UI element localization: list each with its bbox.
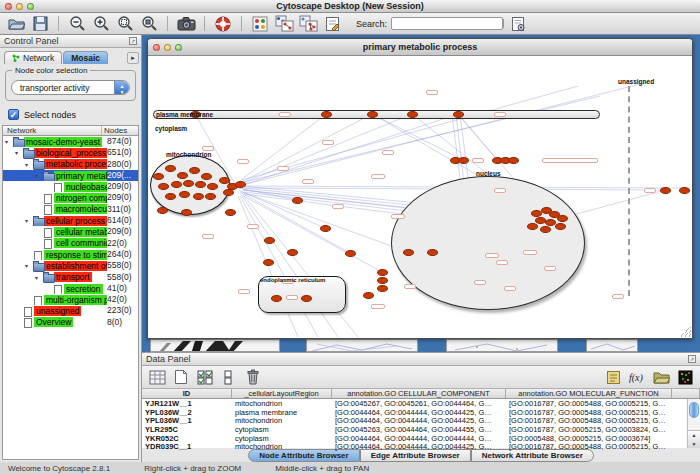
tree-item[interactable]: macromolecule311(0) [3, 204, 138, 215]
float-panel-icon[interactable]: ↗ [129, 37, 137, 45]
table-row[interactable]: YPL036W__2plasma membrane[GO:0044464, GO… [142, 408, 700, 417]
tree-item[interactable]: Overview8(0) [3, 317, 138, 328]
network-node[interactable] [545, 219, 556, 226]
annotation-button[interactable] [322, 14, 342, 33]
window-resize-grip[interactable] [681, 327, 691, 337]
network-node[interactable] [377, 285, 388, 292]
table-cell[interactable]: [GO:0045267, GO:0045261, GO:0044464, G… [332, 399, 506, 408]
network-node[interactable] [407, 111, 418, 118]
overlay-network-a-button[interactable] [274, 14, 294, 33]
tree-expand-icon[interactable]: ▾ [5, 138, 13, 145]
zoom-selected-button[interactable] [139, 14, 159, 33]
network-edge[interactable] [458, 114, 497, 160]
table-cell[interactable]: mitochondrion [232, 416, 332, 425]
table-cell[interactable]: cytoplasm [232, 434, 332, 443]
network-edge[interactable] [242, 196, 338, 337]
table-row[interactable]: YJR121W__1mitochondrion[GO:0045267, GO:0… [142, 399, 700, 408]
tree-expand-icon[interactable]: ▾ [15, 149, 23, 156]
network-node[interactable] [660, 187, 671, 194]
tree-expand-icon[interactable]: ▾ [35, 274, 43, 281]
network-node[interactable] [287, 249, 298, 256]
zoom-in-button[interactable] [91, 14, 111, 33]
network-node[interactable] [292, 197, 303, 204]
function-builder-button[interactable]: f(x) [627, 368, 647, 387]
network-node[interactable] [535, 217, 546, 224]
network-node[interactable] [219, 177, 230, 184]
table-cell[interactable]: [GO:0016787, GO:0005215, GO:0003824, G… [506, 425, 672, 434]
network-node[interactable] [458, 157, 469, 164]
network-node[interactable] [403, 249, 414, 256]
select-attributes-button[interactable] [195, 368, 215, 387]
table-row[interactable]: YKR052Ccytoplasm[GO:0044464, GO:0044444,… [142, 434, 700, 443]
mosaic-plugin-button[interactable] [250, 14, 270, 33]
tab-network[interactable]: Network [4, 51, 62, 64]
save-session-button[interactable] [30, 14, 50, 33]
unselect-attributes-button[interactable] [219, 368, 239, 387]
table-row[interactable]: YLR295Ccytoplasm[GO:0045263, GO:0044464,… [142, 425, 700, 434]
network-node[interactable] [235, 181, 246, 188]
tree-item[interactable]: ▾primary metab209(... [3, 170, 138, 181]
table-cell[interactable]: cytoplasm [232, 425, 332, 434]
select-nodes-checkbox[interactable]: ✓ [8, 109, 19, 120]
snapshot-button[interactable] [176, 14, 196, 33]
open-session-button[interactable] [6, 14, 26, 33]
network-window-titlebar[interactable]: primary metabolic process [148, 39, 692, 56]
attribute-matrix-button[interactable] [675, 368, 695, 387]
table-cell[interactable]: [GO:0044464, GO:0044444, GO:0044425, G… [332, 442, 506, 451]
network-node[interactable] [508, 157, 519, 164]
tree-col-network[interactable]: Network [3, 126, 102, 135]
table-cell[interactable]: YLR295C [142, 425, 232, 434]
node-color-dropdown[interactable]: transporter activity ▲▼ [11, 80, 130, 95]
network-node[interactable] [540, 226, 551, 233]
network-node[interactable] [427, 249, 438, 256]
search-input[interactable] [391, 17, 503, 30]
col-header-region[interactable]: _cellularLayoutRegion [232, 389, 332, 398]
network-node[interactable] [320, 225, 331, 232]
table-cell[interactable]: [GO:0044464, GO:0044444, GO:0044425, G… [332, 416, 506, 425]
network-node[interactable] [377, 269, 388, 276]
network-node[interactable] [531, 210, 542, 217]
tree-col-nodes[interactable]: Nodes [102, 126, 138, 135]
network-node[interactable] [195, 181, 206, 188]
tree-item[interactable]: nitrogen compo209(0) [3, 192, 138, 203]
zoom-out-button[interactable] [67, 14, 87, 33]
network-node[interactable] [223, 189, 234, 196]
network-edge[interactable] [246, 82, 648, 184]
network-node[interactable] [367, 111, 378, 118]
network-edge[interactable] [236, 114, 326, 184]
tree-item[interactable]: ▾biological_process651(0) [3, 147, 138, 158]
table-cell[interactable]: [GO:0045263, GO:0044464, GO:0044455, G… [332, 425, 506, 434]
tree-item[interactable]: ▾metabolic process280(0) [3, 159, 138, 170]
attribute-table-button[interactable] [147, 368, 167, 387]
table-cell[interactable]: YPL036W__2 [142, 408, 232, 417]
table-cell[interactable]: [GO:0044464, GO:0044444, GO:0044425, G… [332, 408, 506, 417]
network-node[interactable] [207, 183, 218, 190]
table-cell[interactable]: YDR039C__1 [142, 442, 232, 451]
tree-item[interactable]: cell communicat22(0) [3, 238, 138, 249]
network-edge[interactable] [562, 190, 665, 218]
network-node[interactable] [165, 193, 176, 200]
network-node[interactable] [153, 173, 164, 180]
network-node[interactable] [345, 250, 356, 257]
network-node[interactable] [201, 173, 212, 180]
table-cell[interactable]: [GO:0044464, GO:0044444, GO:0044444, G… [332, 434, 506, 443]
scrollbar-thumb[interactable] [689, 402, 699, 418]
tree-expand-icon[interactable]: ▾ [25, 262, 33, 269]
new-attribute-button[interactable] [171, 368, 191, 387]
network-node[interactable] [557, 215, 568, 222]
table-cell[interactable]: mitochondrion [232, 399, 332, 408]
delete-attribute-button[interactable] [243, 368, 263, 387]
tree-expand-icon[interactable]: ▾ [25, 217, 33, 224]
network-node[interactable] [177, 172, 188, 179]
table-cell[interactable]: [GO:0016787, GO:0005488, GO:0005215, G… [506, 416, 672, 425]
tree-item[interactable]: secretion41(0) [3, 283, 138, 294]
network-node[interactable] [189, 167, 200, 174]
tab-mosaic[interactable]: Mosaic [63, 51, 108, 64]
network-node[interactable] [321, 111, 332, 118]
zoom-fit-button[interactable] [115, 14, 135, 33]
network-node[interactable] [377, 277, 388, 284]
network-edge[interactable] [238, 196, 298, 337]
network-node[interactable] [555, 223, 566, 230]
col-header-cellular-component[interactable]: annotation.GO CELLULAR_COMPONENT [332, 389, 506, 398]
network-node[interactable] [263, 259, 274, 266]
